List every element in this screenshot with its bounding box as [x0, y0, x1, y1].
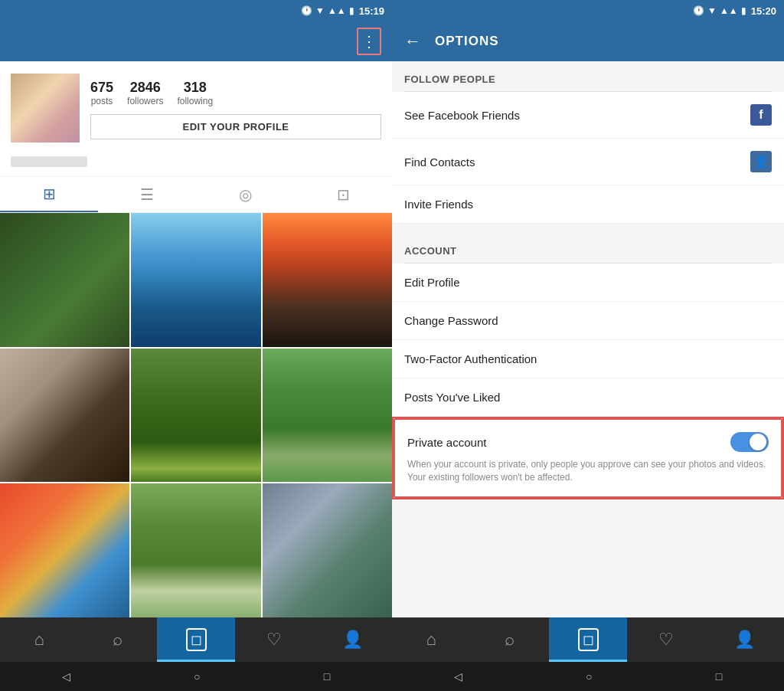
right-time: 15:20 — [751, 5, 776, 17]
right-panel: 🕐 ▼ ▲▲ ▮ 15:20 ← OPTIONS FOLLOW PEOPLE S… — [392, 0, 784, 691]
photo-9[interactable] — [263, 483, 392, 617]
private-account-row: Private account — [407, 432, 769, 452]
right-status-bar: 🕐 ▼ ▲▲ ▮ 15:20 — [392, 0, 784, 21]
photo-8[interactable] — [131, 483, 260, 617]
nav-likes[interactable]: ♡ — [235, 617, 313, 662]
photo-1[interactable] — [0, 213, 129, 347]
wifi-icon: ▼ — [315, 5, 325, 16]
followers-count: 2846 — [130, 80, 161, 96]
nav-profile[interactable]: 👤 — [314, 617, 392, 662]
photo-6[interactable] — [263, 349, 392, 483]
right-search-icon: ⌕ — [505, 630, 514, 650]
posts-label: posts — [91, 96, 113, 106]
contacts-icon: 👤 — [750, 151, 772, 172]
find-contacts-label: Find Contacts — [404, 156, 475, 169]
profile-section: 675 posts 2846 followers 318 following E… — [0, 61, 392, 150]
right-heart-icon: ♡ — [658, 630, 674, 650]
two-factor-item[interactable]: Two-Factor Authentication — [392, 340, 784, 378]
back-button[interactable]: ◁ — [62, 670, 70, 683]
left-header: ⋮ — [0, 21, 392, 61]
toggle-thumb — [750, 434, 766, 450]
right-profile-icon: 👤 — [734, 630, 755, 650]
see-facebook-friends-label: See Facebook Friends — [404, 109, 520, 122]
left-panel: 🕐 ▼ ▲▲ ▮ 15:19 ⋮ 675 posts 2846 f — [0, 0, 392, 691]
photo-3[interactable] — [263, 213, 392, 347]
change-password-label: Change Password — [404, 314, 498, 327]
home-icon: ⌂ — [34, 630, 44, 650]
edit-profile-item[interactable]: Edit Profile — [392, 264, 784, 302]
options-header: ← OPTIONS — [392, 21, 784, 61]
following-stat[interactable]: 318 following — [177, 80, 213, 106]
right-recents-button[interactable]: □ — [716, 670, 722, 683]
following-count: 318 — [184, 80, 207, 96]
profile-icon: 👤 — [342, 630, 363, 650]
left-time: 15:19 — [359, 5, 384, 17]
posts-liked-label: Posts You've Liked — [404, 391, 500, 404]
options-content: FOLLOW PEOPLE See Facebook Friends f Fin… — [392, 61, 784, 617]
heart-icon: ♡ — [266, 630, 282, 650]
tagged-icon: ⊡ — [337, 185, 350, 204]
private-account-toggle[interactable] — [730, 432, 769, 452]
more-options-button[interactable]: ⋮ — [357, 28, 381, 55]
two-factor-label: Two-Factor Authentication — [404, 352, 537, 365]
right-camera-icon: ◻ — [578, 628, 599, 651]
left-status-bar: 🕐 ▼ ▲▲ ▮ 15:19 — [0, 0, 392, 21]
tab-location[interactable]: ◎ — [196, 177, 294, 212]
right-nav-search[interactable]: ⌕ — [470, 617, 548, 662]
right-nav-camera[interactable]: ◻ — [549, 617, 627, 662]
tab-tagged[interactable]: ⊡ — [294, 177, 392, 212]
tab-grid[interactable]: ⊞ — [0, 177, 98, 212]
nav-camera[interactable]: ◻ — [157, 617, 235, 662]
photo-7[interactable] — [0, 483, 129, 617]
photo-grid — [0, 213, 392, 617]
right-nav-profile[interactable]: 👤 — [706, 617, 784, 662]
account-header: ACCOUNT — [392, 233, 784, 263]
right-home-button[interactable]: ○ — [586, 670, 592, 683]
right-battery-icon: ▮ — [741, 5, 746, 16]
status-icons: 🕐 ▼ ▲▲ ▮ — [301, 5, 354, 16]
private-account-item[interactable]: Private account When your account is pri… — [394, 418, 782, 498]
photo-2[interactable] — [131, 213, 260, 347]
invite-friends-label: Invite Friends — [404, 198, 473, 211]
recents-button[interactable]: □ — [324, 670, 330, 683]
change-password-item[interactable]: Change Password — [392, 302, 784, 340]
posts-stat[interactable]: 675 posts — [90, 80, 113, 106]
right-status-icons: 🕐 ▼ ▲▲ ▮ — [693, 5, 746, 16]
signal-icon: ▲▲ — [328, 5, 346, 16]
battery-icon: ▮ — [349, 5, 354, 16]
followers-stat[interactable]: 2846 followers — [127, 80, 163, 106]
right-nav-home[interactable]: ⌂ — [392, 617, 470, 662]
location-icon: ◎ — [239, 185, 252, 204]
right-bottom-nav: ⌂ ⌕ ◻ ♡ 👤 — [392, 617, 784, 662]
home-button[interactable]: ○ — [194, 670, 200, 683]
nav-search[interactable]: ⌕ — [78, 617, 156, 662]
private-account-description: When your account is private, only peopl… — [407, 458, 769, 484]
stats-row: 675 posts 2846 followers 318 following — [90, 80, 381, 106]
profile-info: 675 posts 2846 followers 318 following E… — [90, 74, 381, 139]
edit-profile-button[interactable]: EDIT YOUR PROFILE — [90, 114, 381, 139]
tab-list[interactable]: ☰ — [98, 177, 196, 212]
find-contacts-item[interactable]: Find Contacts 👤 — [392, 139, 784, 185]
posts-liked-item[interactable]: Posts You've Liked — [392, 378, 784, 417]
tabs-row: ⊞ ☰ ◎ ⊡ — [0, 176, 392, 213]
options-title: OPTIONS — [435, 34, 499, 49]
nav-home[interactable]: ⌂ — [0, 617, 78, 662]
edit-profile-label: Edit Profile — [404, 276, 460, 289]
alarm-icon: 🕐 — [301, 5, 312, 16]
avatar — [11, 74, 80, 142]
left-android-nav: ◁ ○ □ — [0, 662, 392, 691]
right-nav-likes[interactable]: ♡ — [627, 617, 705, 662]
right-back-button[interactable]: ◁ — [454, 670, 462, 683]
facebook-icon: f — [750, 104, 772, 126]
see-facebook-friends-item[interactable]: See Facebook Friends f — [392, 92, 784, 139]
left-bottom-nav: ⌂ ⌕ ◻ ♡ 👤 — [0, 617, 392, 662]
right-alarm-icon: 🕐 — [693, 5, 704, 16]
photo-5[interactable] — [131, 349, 260, 483]
list-icon: ☰ — [140, 185, 154, 204]
posts-count: 675 — [90, 80, 113, 96]
section-gap-1 — [392, 224, 784, 233]
invite-friends-item[interactable]: Invite Friends — [392, 185, 784, 224]
photo-4[interactable] — [0, 349, 129, 483]
followers-label: followers — [127, 96, 163, 106]
back-arrow-button[interactable]: ← — [404, 31, 421, 51]
